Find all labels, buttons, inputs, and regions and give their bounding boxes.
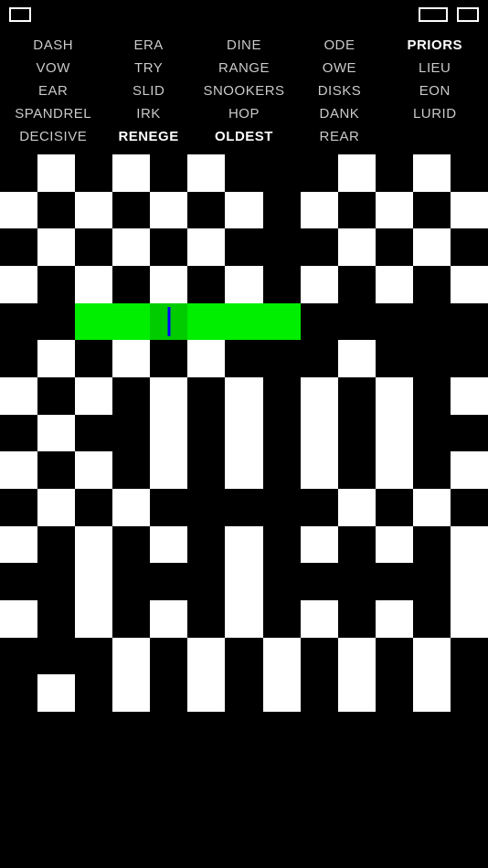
grid-cell[interactable]: [187, 228, 225, 266]
grid-cell[interactable]: [301, 451, 338, 489]
crossword-grid-container[interactable]: [0, 154, 488, 712]
grid-cell[interactable]: [225, 600, 262, 638]
word-item[interactable]: SPANDREL: [5, 101, 101, 124]
grid-cell[interactable]: [225, 526, 262, 564]
grid-cell[interactable]: [75, 303, 112, 341]
grid-cell[interactable]: [301, 192, 338, 229]
grid-cell[interactable]: [0, 600, 37, 638]
settings-button[interactable]: [9, 7, 31, 22]
grid-cell[interactable]: [0, 451, 37, 489]
grid-cell[interactable]: [376, 192, 413, 229]
grid-cell[interactable]: [225, 192, 262, 229]
grid-cell[interactable]: [75, 377, 112, 415]
grid-cell[interactable]: [187, 154, 225, 192]
remove-button[interactable]: [457, 7, 479, 22]
grid-cell[interactable]: [75, 600, 112, 638]
grid-cell[interactable]: [112, 228, 150, 266]
grid-cell[interactable]: [301, 600, 338, 638]
grid-cell[interactable]: [338, 340, 376, 377]
word-item[interactable]: LURID: [387, 101, 483, 124]
grid-cell[interactable]: [150, 415, 187, 452]
grid-cell[interactable]: [451, 526, 488, 564]
grid-cell[interactable]: [37, 415, 75, 452]
grid-cell[interactable]: [338, 154, 376, 192]
grid-cell[interactable]: [150, 600, 187, 638]
word-item[interactable]: EAR: [5, 79, 101, 101]
grid-cell[interactable]: [0, 266, 37, 303]
grid-cell[interactable]: [413, 674, 451, 712]
word-item[interactable]: PRIORS: [387, 33, 483, 56]
grid-cell[interactable]: [376, 526, 413, 564]
grid-cell[interactable]: [150, 451, 187, 489]
grid-cell[interactable]: [338, 489, 376, 526]
grid-cell[interactable]: [37, 489, 75, 526]
grid-cell[interactable]: [187, 303, 225, 341]
grid-cell[interactable]: [376, 451, 413, 489]
grid-cell[interactable]: [451, 563, 488, 600]
grid-cell[interactable]: [413, 154, 451, 192]
grid-cell[interactable]: [338, 674, 376, 712]
grid-cell[interactable]: [187, 638, 225, 675]
grid-cell[interactable]: [225, 303, 262, 341]
grid-cell[interactable]: [75, 451, 112, 489]
grid-cell[interactable]: [150, 266, 187, 303]
grid-cell[interactable]: [413, 228, 451, 266]
grid-cell[interactable]: [75, 192, 112, 229]
word-item[interactable]: REAR: [292, 124, 387, 147]
grid-cell[interactable]: [37, 340, 75, 377]
grid-cell[interactable]: [376, 266, 413, 303]
grid-cell[interactable]: [225, 266, 262, 303]
grid-cell[interactable]: [150, 377, 187, 415]
word-item[interactable]: DASH: [5, 33, 101, 56]
grid-cell[interactable]: [263, 303, 301, 341]
grid-cell[interactable]: [225, 563, 262, 600]
word-item[interactable]: OWE: [292, 56, 387, 79]
grid-cell[interactable]: [112, 154, 150, 192]
grid-cell[interactable]: [263, 674, 301, 712]
word-item[interactable]: RENEGE: [101, 124, 196, 147]
grid-cell[interactable]: [376, 600, 413, 638]
word-item[interactable]: TRY: [101, 56, 196, 79]
grid-cell[interactable]: [413, 489, 451, 526]
grid-cell[interactable]: [413, 638, 451, 675]
word-item[interactable]: EON: [387, 79, 483, 101]
word-item[interactable]: LIEU: [387, 56, 483, 79]
grid-cell[interactable]: [338, 228, 376, 266]
grid-cell[interactable]: [451, 377, 488, 415]
word-item[interactable]: RANGE: [196, 56, 292, 79]
word-item[interactable]: IRK: [101, 101, 196, 124]
grid-cell[interactable]: [75, 526, 112, 564]
grid-cell[interactable]: [37, 674, 75, 712]
grid-cell[interactable]: [301, 415, 338, 452]
word-item[interactable]: HOP: [196, 101, 292, 124]
grid-cell[interactable]: [0, 377, 37, 415]
grid-cell[interactable]: [376, 415, 413, 452]
grid-cell[interactable]: [0, 526, 37, 564]
grid-cell[interactable]: [376, 377, 413, 415]
word-item[interactable]: DISKS: [292, 79, 387, 101]
grid-cell[interactable]: [112, 303, 150, 341]
word-item[interactable]: SLID: [101, 79, 196, 101]
grid-cell[interactable]: [75, 563, 112, 600]
grid-cell[interactable]: [225, 415, 262, 452]
grid-cell[interactable]: [451, 600, 488, 638]
grid-cell[interactable]: [0, 192, 37, 229]
grid-cell[interactable]: [150, 303, 187, 341]
grid-cell[interactable]: [187, 674, 225, 712]
word-item[interactable]: OLDEST: [196, 124, 292, 147]
grid-cell[interactable]: [112, 489, 150, 526]
grid-cell[interactable]: [37, 228, 75, 266]
grid-cell[interactable]: [112, 340, 150, 377]
grid-cell[interactable]: [187, 340, 225, 377]
grid-cell[interactable]: [263, 638, 301, 675]
grid-cell[interactable]: [301, 266, 338, 303]
word-item[interactable]: ODE: [292, 33, 387, 56]
grid-cell[interactable]: [301, 526, 338, 564]
grid-cell[interactable]: [301, 377, 338, 415]
grid-cell[interactable]: [451, 266, 488, 303]
word-item[interactable]: DECISIVE: [5, 124, 101, 147]
grid-cell[interactable]: [75, 266, 112, 303]
grid-cell[interactable]: [112, 674, 150, 712]
grid-cell[interactable]: [225, 377, 262, 415]
hint-button[interactable]: [419, 7, 448, 22]
